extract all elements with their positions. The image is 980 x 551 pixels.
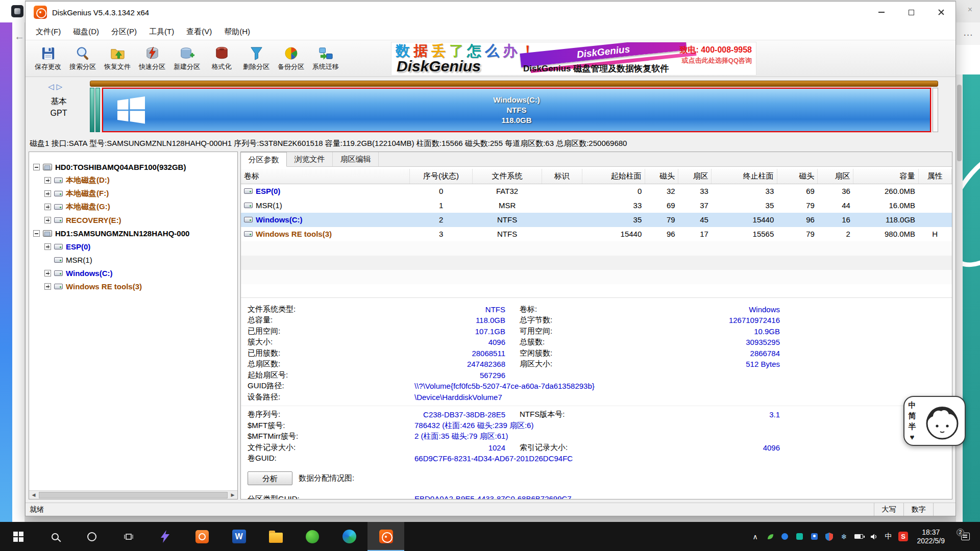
menu-disk[interactable]: 磁盘(D) [67,23,105,40]
partition-block-windows-selected[interactable]: Windows(C:) NTFS 118.0GB [102,88,931,132]
back-arrow-icon[interactable]: ← [14,31,24,42]
ime-avatar[interactable] [920,397,965,445]
save-changes-button[interactable]: 保存更改 [31,42,65,76]
tree-item-hd0[interactable]: HD0:TOSHIBAMQ04ABF100(932GB) [29,160,237,173]
taskbar-edge[interactable] [331,522,368,551]
task-view-button[interactable] [110,522,147,551]
close-button[interactable] [926,2,955,23]
snowflake-icon[interactable]: ❄ [839,533,849,541]
start-button[interactable] [0,522,37,551]
ime-lang-toggle[interactable]: 中 [909,399,916,410]
battery-icon[interactable] [854,534,864,539]
menu-help[interactable]: 帮助(H) [218,23,256,40]
col-start-cyl[interactable]: 起始柱面 [582,169,645,184]
expand-icon[interactable] [44,190,51,197]
table-row-esp[interactable]: ESP(0) 0 FAT32 0 32 33 33 69 36 260.0MB [241,184,952,198]
tree-item-local-d[interactable]: 本地磁盘(D:) [29,173,237,187]
menu-partition[interactable]: 分区(P) [105,23,143,40]
collapse-icon[interactable] [33,164,40,170]
heart-icon[interactable]: ♥ [910,432,915,442]
maximize-button[interactable] [896,2,926,23]
col-start-head[interactable]: 磁头 [645,169,678,184]
contacts-tray-icon[interactable] [810,533,820,540]
taskbar-search-button[interactable] [37,522,74,551]
tab-browse-files[interactable]: 浏览文件 [287,152,333,166]
partition-block-retools[interactable] [933,88,938,132]
taskbar-app-orange[interactable] [184,522,220,551]
tab-sector-edit[interactable]: 扇区编辑 [333,152,379,166]
taskbar-diskgenius-active[interactable] [368,522,404,551]
security-shield-icon[interactable] [824,533,835,541]
expand-icon[interactable] [44,283,51,290]
col-start-sector[interactable]: 扇区 [678,169,712,184]
titlebar[interactable]: DiskGenius V5.4.3.1342 x64 [26,2,955,23]
minimize-button[interactable] [867,2,896,23]
col-volume[interactable]: 卷标 [241,169,409,184]
action-center-button[interactable]: 2 [953,533,977,540]
taskbar-app-word[interactable]: W [220,522,257,551]
menu-tools[interactable]: 工具(T) [143,23,180,40]
input-method-indicator[interactable]: 中 [884,532,894,541]
ime-floating-widget[interactable]: 中 简 半 ♥ [903,396,966,446]
tree-item-local-f[interactable]: 本地磁盘(F:) [29,187,237,200]
col-index[interactable]: 序号(状态) [409,169,473,184]
backup-partition-button[interactable]: 备份分区 [274,42,308,76]
tree-item-local-g[interactable]: 本地磁盘(G:) [29,200,237,213]
expand-icon[interactable] [44,217,51,223]
tree-item-windows-c[interactable]: Windows(C:) [29,266,237,280]
teal-app-tray-icon[interactable] [795,533,805,540]
system-migrate-button[interactable]: 系统迁移 [308,42,343,76]
volume-icon[interactable] [869,533,879,541]
horizontal-scrollbar[interactable]: ◀ ▶ [29,490,237,499]
table-row-windows-re[interactable]: Windows RE tools(3) 3 NTFS 15440 96 17 1… [241,227,952,241]
disk-capacity-bar[interactable] [90,81,938,87]
more-options-icon[interactable]: … [956,22,980,45]
table-row-windows-selected[interactable]: Windows(C:) 2 NTFS 35 79 45 15440 96 16 … [241,213,952,227]
close-icon[interactable]: × [968,5,972,14]
col-attr[interactable]: 属性 [918,169,951,184]
banner-qq-link[interactable]: 或点击此处选择QQ咨询 [682,56,752,65]
taskbar-file-explorer[interactable] [257,522,294,551]
collapse-icon[interactable] [33,230,40,237]
menu-view[interactable]: 查看(V) [180,23,218,40]
table-row-msr[interactable]: MSR(1) 1 MSR 33 69 37 35 79 44 16.0MB [241,198,952,213]
ime-width-toggle[interactable]: 半 [909,421,916,432]
tab-partition-params[interactable]: 分区参数 [241,152,287,167]
scrollbar-thumb[interactable] [39,492,228,498]
scrollbar-thumb[interactable] [957,85,962,161]
tree-item-msr[interactable]: MSR(1) [29,253,237,266]
taskbar-app-green[interactable] [294,522,331,551]
analyze-button[interactable]: 分析 [248,471,292,485]
tree-item-recovery-e[interactable]: RECOVERY(E:) [29,213,237,227]
menu-file[interactable]: 文件(F) [30,23,67,40]
expand-icon[interactable] [44,270,51,277]
col-end-head[interactable]: 磁头 [777,169,818,184]
scroll-left-icon[interactable]: ◀ [29,491,38,499]
col-end-cyl[interactable]: 终止柱面 [712,169,777,184]
expand-icon[interactable] [44,177,51,184]
col-end-sector[interactable]: 扇区 [818,169,853,184]
ad-banner[interactable]: 数据丢了怎么办！ DiskGenius DiskGenius 致电: 400-0… [391,42,756,76]
taskbar-app-lightning[interactable] [147,522,184,551]
expand-icon[interactable] [44,204,51,210]
disk-nav-arrows[interactable]: ◁▷ [48,82,65,91]
partition-block-msr[interactable] [95,88,100,132]
recover-files-button[interactable]: 恢复文件 [100,42,135,76]
cortana-button[interactable] [74,522,110,551]
col-capacity[interactable]: 容量 [853,169,918,184]
tree-item-esp[interactable]: ESP(0) [29,240,237,253]
format-button[interactable]: 格式化 [204,42,239,76]
tree-item-hd1[interactable]: HD1:SAMSUNGMZNLN128HAHQ-000 [29,227,237,240]
scrollbar[interactable] [956,74,963,522]
sogou-icon[interactable]: S [898,532,909,541]
new-partition-button[interactable]: 新建分区 [169,42,204,76]
taskbar-clock[interactable]: 18:37 2022/5/9 [913,528,949,545]
col-filesystem[interactable]: 文件系统 [473,169,542,184]
scroll-right-icon[interactable]: ▶ [228,491,237,499]
hidden-icons-button[interactable]: ∧ [750,533,761,541]
expand-icon[interactable] [44,243,51,250]
quick-partition-button[interactable]: 快速分区 [135,42,169,76]
blue-dot-tray-icon[interactable] [780,533,790,540]
search-partition-button[interactable]: 搜索分区 [65,42,100,76]
tree-item-windows-re[interactable]: Windows RE tools(3) [29,280,237,293]
